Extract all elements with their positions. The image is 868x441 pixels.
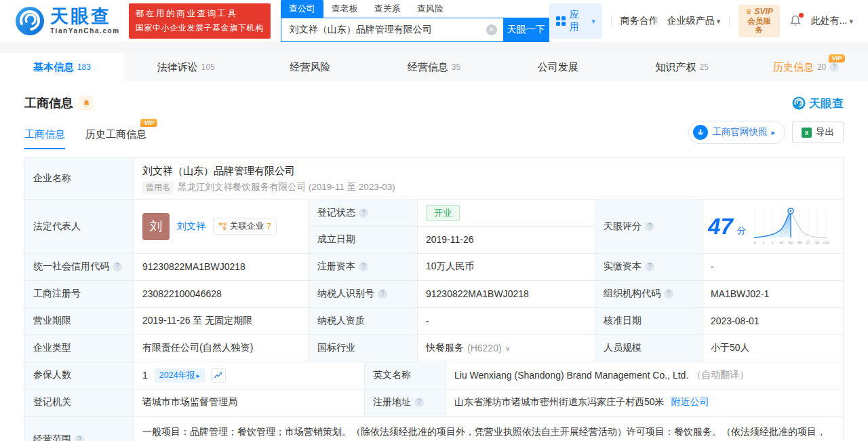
monitor-bell-icon[interactable] [79, 96, 94, 111]
brand-domain: TianYanCha.com [50, 27, 120, 35]
industry-code: (H6220) [467, 343, 502, 353]
search-tab-company[interactable]: 查公司 [281, 0, 323, 18]
help-icon[interactable] [359, 208, 368, 218]
tianyancha-logo[interactable]: 天眼查 TianYanCha.com [15, 6, 120, 36]
clear-icon[interactable]: ✕ [486, 24, 497, 35]
help-icon[interactable] [414, 398, 424, 407]
legal-rep-avatar[interactable]: 刘 [142, 213, 170, 240]
reg-number-value: 230822100046628 [134, 281, 309, 307]
field-label: 企业类型 [25, 335, 134, 362]
field-label: 注册资本 [317, 261, 355, 273]
reg-address-value: 山东省潍坊市诸城市密州街道东冯家庄子村西50米 [454, 396, 665, 408]
table-row: 参保人数 1 2024年报 英文名称 Liu Wenxiang (Shandon… [25, 362, 843, 389]
field-label: 登记机关 [25, 389, 134, 416]
search-button[interactable]: 天眼一下 [503, 18, 549, 42]
field-label: 组织机构代码 [604, 288, 660, 300]
field-label: 纳税人资质 [309, 308, 418, 334]
field-label: 统一社会信用代码 [33, 261, 109, 273]
svg-text:99: 99 [815, 241, 819, 245]
tab-legal-litigation[interactable]: 法律诉讼105 [124, 53, 248, 81]
field-label: 经营范围 [33, 434, 71, 441]
nearby-companies-link[interactable]: 附近公司 [671, 396, 709, 408]
table-row: 工商注册号 230822100046628 纳税人识别号 91230822MA1… [25, 281, 843, 308]
legal-rep-link[interactable]: 刘文祥 [177, 220, 205, 233]
user-menu[interactable]: 此处有... [811, 15, 853, 27]
score-unit: 分 [737, 225, 746, 237]
section-title: 工商信息 [24, 95, 73, 111]
field-label: 核准日期 [595, 308, 703, 334]
logo-swirl-icon [15, 6, 45, 36]
svg-text:0: 0 [753, 241, 755, 245]
subtab-history-business-info[interactable]: VIP 历史工商信息 [85, 128, 146, 149]
field-label: 注册地址 [373, 396, 411, 408]
spacer-band [0, 42, 868, 53]
help-icon[interactable] [378, 289, 387, 299]
official-snapshot-button[interactable]: 工商官网快照 [688, 121, 785, 144]
taxpayer-quality-value: - [418, 308, 595, 334]
apps-menu[interactable]: 应用 [549, 3, 602, 39]
svip-member-button[interactable]: ♛ SVIP 会员服务 [738, 5, 780, 37]
biz-cooperation-link[interactable]: 商务合作 [620, 15, 658, 27]
score-widget[interactable]: 47 分 [703, 200, 843, 253]
paid-capital-value: - [703, 254, 843, 280]
svg-text:15: 15 [779, 241, 783, 245]
staff-size-value: 小于50人 [703, 335, 843, 362]
vip-badge: VIP [140, 119, 157, 127]
field-label: 营业期限 [25, 308, 134, 334]
notification-dot [799, 13, 804, 18]
field-label: 英文名称 [365, 362, 446, 389]
tab-operation-risk[interactable]: 经营风险 [248, 53, 372, 81]
taxpayer-id-value: 91230822MA1BWJ0218 [418, 281, 595, 307]
watermark-logo: 天眼查 [792, 96, 844, 111]
industry-value: 快餐服务 [426, 342, 464, 354]
search-tab-relation[interactable]: 查关系 [366, 0, 409, 18]
field-label: 国标行业 [309, 335, 418, 362]
enterprise-product-menu[interactable]: 企业级产品 [667, 15, 721, 27]
tab-company-development[interactable]: 公司发展 [496, 53, 620, 81]
field-label: 纳税人识别号 [317, 288, 374, 300]
field-label: 法定代表人 [25, 200, 134, 253]
field-label: 天眼评分 [595, 200, 703, 253]
svg-text:97: 97 [806, 241, 810, 245]
apps-grid-icon [556, 16, 566, 26]
tab-history-info[interactable]: VIP 历史信息20 [744, 53, 868, 81]
chevron-down-icon[interactable]: ∨ [505, 344, 511, 353]
help-icon[interactable] [645, 222, 654, 231]
help-icon[interactable] [359, 262, 368, 271]
company-type-value: 有限责任公司(自然人独资) [134, 335, 309, 362]
tab-basic-info[interactable]: 基本信息183 [0, 53, 124, 81]
field-label: 登记状态 [309, 200, 418, 226]
table-row: 统一社会信用代码 91230822MA1BWJ0218 注册资本 10万人民币 … [25, 254, 843, 281]
help-icon[interactable] [664, 289, 673, 299]
help-icon[interactable] [113, 262, 122, 271]
search-tab-boss[interactable]: 查老板 [323, 0, 366, 18]
svg-text:50: 50 [789, 241, 793, 245]
tab-intellectual-property[interactable]: 知识产权25 [620, 53, 744, 81]
est-date-value: 2019-11-26 [418, 227, 595, 253]
help-icon[interactable] [829, 62, 839, 72]
brand-slogan: 都在用的商业查询工具 国家中小企业发展子基金旗下机构 [129, 3, 271, 39]
table-row: 登记机关 诸城市市场监督管理局 注册地址 山东省潍坊市诸城市密州街道东冯家庄子村… [25, 389, 843, 417]
notification-bell-icon[interactable] [789, 14, 802, 28]
svg-text:1: 1 [762, 241, 764, 245]
table-row-business-scope: 经营范围 一般项目：品牌管理；餐饮管理；市场营销策划。（除依法须经批准的项目外，… [25, 417, 843, 441]
former-name-value: 黑龙江刘文祥餐饮服务有限公司 (2019-11 至 2023-03) [178, 181, 395, 193]
divider [611, 16, 612, 26]
english-name-value: Liu Wenxiang (Shandong) Brand Management… [454, 370, 688, 381]
export-button[interactable]: 导出 [792, 121, 844, 143]
score-distribution-chart: 0 1 3 15 50 85 97 99 100 [750, 206, 831, 247]
help-icon[interactable] [645, 262, 654, 271]
annual-report-badge[interactable]: 2024年报 [155, 368, 205, 383]
trend-chart-icon[interactable] [211, 368, 226, 383]
search-input[interactable] [281, 18, 503, 42]
brand-name: 天眼查 [50, 7, 120, 26]
stamp-icon [693, 125, 708, 140]
related-companies-badge[interactable]: 关联企业 7 [213, 218, 277, 235]
excel-icon [802, 128, 812, 138]
search-tab-risk[interactable]: 查风险 [409, 0, 452, 18]
field-label: 参保人数 [25, 362, 134, 389]
tab-operation-info[interactable]: 经营信息35 [372, 53, 496, 81]
help-icon[interactable] [75, 435, 84, 441]
subtab-business-info[interactable]: 工商信息 [24, 128, 65, 149]
top-header: 天眼查 TianYanCha.com 都在用的商业查询工具 国家中小企业发展子基… [0, 0, 868, 42]
